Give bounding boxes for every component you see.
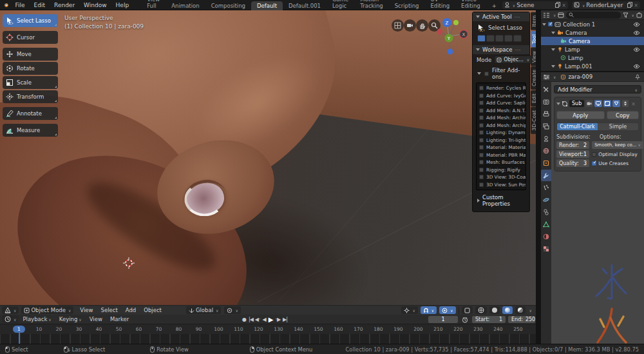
tool-transform[interactable]: Transform (3, 90, 58, 103)
addon-checkbox[interactable] (479, 130, 484, 135)
addon-row[interactable]: Add Mesh: A.N.T.Lan... (477, 107, 526, 115)
frame-tick[interactable]: 70 (149, 324, 169, 334)
frame-tick[interactable]: 170 (348, 324, 368, 334)
move-up-icon[interactable] (624, 101, 627, 103)
menu-add[interactable]: Add (122, 307, 140, 313)
custom-properties-header[interactable]: Custom Properties (473, 190, 529, 208)
apply-button[interactable]: Apply (556, 111, 605, 119)
frame-tick[interactable]: 220 (448, 324, 468, 334)
addon-checkbox[interactable] (479, 168, 484, 172)
sidebar-tab[interactable]: Edit (531, 90, 536, 106)
xray-toggle[interactable] (462, 306, 473, 314)
workspace-tab[interactable]: Default.001 (283, 1, 327, 10)
frame-tick[interactable]: 130 (269, 324, 289, 334)
gizmo-z-neg[interactable] (448, 49, 453, 55)
copy-button[interactable]: Copy (607, 111, 639, 119)
auto-keyframe-icon[interactable] (462, 317, 468, 323)
select-mode-extend[interactable] (486, 35, 495, 42)
modifier-editmode-toggle[interactable] (603, 100, 611, 107)
tab-constraints[interactable] (541, 206, 551, 218)
workspace-tab[interactable]: Motion Tracking (354, 0, 388, 10)
addon-row[interactable]: Render: Cycles Rend... (477, 84, 526, 92)
shading-dropdown-arrow[interactable] (528, 307, 532, 313)
workspace-tab[interactable]: UV Editing (424, 0, 455, 10)
addon-row[interactable]: Material: Material Lib... (477, 144, 526, 152)
addon-row[interactable]: 3D View: Sun Position (477, 181, 526, 189)
addon-row[interactable]: Add Mesh: Archipack (477, 122, 526, 130)
addon-checkbox[interactable] (479, 86, 484, 90)
tab-physics[interactable] (541, 194, 551, 206)
outliner-row-lamp001-object[interactable]: Lamp.001 (541, 62, 644, 70)
modifier-render-toggle[interactable] (585, 100, 593, 107)
quality-field[interactable]: Quality: 3 (556, 159, 589, 167)
sidebar-tab[interactable]: Tool (531, 31, 536, 47)
tab-object[interactable] (541, 157, 551, 169)
tab-modifiers[interactable] (541, 170, 551, 181)
frame-tick[interactable]: 250 (508, 324, 528, 334)
menu-object[interactable]: Object (140, 307, 166, 313)
outliner-filter-mode-icon[interactable] (558, 12, 564, 18)
eye-icon[interactable] (633, 22, 640, 27)
uv-smooth-dropdown[interactable]: Smooth, keep co... (592, 141, 643, 149)
menu-window[interactable]: Window (79, 2, 111, 8)
frame-tick[interactable]: 110 (229, 324, 249, 334)
frame-tick[interactable]: 50 (109, 324, 129, 334)
tab-texture[interactable] (541, 243, 551, 255)
addon-checkbox[interactable] (479, 175, 484, 179)
outliner-row-camera-object[interactable]: Camera (541, 28, 644, 37)
menu-select[interactable]: Select (97, 307, 122, 313)
remove-renderlayer-icon[interactable] (634, 2, 638, 8)
panel-options-icon[interactable] (515, 46, 520, 53)
select-mode-subtract[interactable] (495, 35, 504, 42)
select-mode-intersect[interactable] (513, 35, 522, 42)
sidebar-tab[interactable]: Item (531, 12, 536, 30)
filter-addons-checkbox[interactable] (484, 72, 489, 76)
outliner-row-lamp001-data[interactable]: Lamp.001 (541, 70, 644, 71)
menu-timeline-view[interactable]: View (86, 316, 106, 322)
modifier-move-buttons[interactable] (622, 100, 629, 107)
editor-properties-icon[interactable] (543, 74, 550, 80)
outliner-row-collection[interactable]: Collection 1 (541, 20, 644, 28)
frame-tick[interactable]: 240 (488, 324, 508, 334)
timeline-ruler[interactable]: 1 10 20 30 40 50 60 70 80 90 100 11 (0, 324, 536, 334)
menu-playback[interactable]: Playback (19, 316, 55, 322)
new-renderlayer-icon[interactable] (627, 2, 632, 8)
outliner-row-lamp-data[interactable]: Lamp (541, 54, 644, 62)
workspace-tab[interactable]: 3D View Full (141, 0, 166, 10)
tab-view-layer[interactable] (541, 121, 551, 132)
new-collection-icon[interactable] (636, 12, 642, 18)
frame-tick[interactable]: 100 (209, 324, 229, 334)
tab-tool[interactable] (541, 84, 551, 95)
delete-modifier-icon[interactable] (631, 101, 636, 107)
workspace-tab[interactable]: Animation (166, 1, 205, 10)
renderlayer-selector[interactable]: RenderLayer (572, 1, 640, 9)
frame-tick[interactable]: 190 (388, 324, 408, 334)
viewport-camera-button[interactable] (404, 19, 416, 32)
optimal-display-row[interactable]: Optimal Display (592, 150, 643, 158)
frame-tick[interactable]: 90 (189, 324, 209, 334)
unlink-scene-icon[interactable] (562, 2, 566, 8)
modifier-name-field[interactable]: Sub (569, 100, 584, 107)
tab-particles[interactable] (541, 182, 551, 193)
transform-orientation-selector[interactable]: Global (186, 306, 222, 314)
move-down-icon[interactable] (624, 104, 627, 106)
frame-tick[interactable]: 30 (69, 324, 89, 334)
eye-icon[interactable] (633, 47, 640, 52)
addon-checkbox[interactable] (479, 93, 484, 98)
menu-render[interactable]: Render (50, 2, 79, 8)
frame-tick[interactable]: 60 (129, 324, 149, 334)
frame-tick[interactable]: 200 (408, 324, 428, 334)
pin-icon[interactable] (635, 74, 640, 80)
viewport-3d[interactable]: User Perspective (1) Collection 10 | zar… (0, 10, 536, 315)
outliner-display-mode-icon[interactable] (543, 12, 550, 18)
workspace-tab[interactable]: Compositing (205, 1, 251, 10)
addon-row[interactable]: Rigging: Rigify (477, 166, 526, 174)
active-tool-header[interactable]: Active Tool (473, 12, 529, 21)
addon-checkbox[interactable] (479, 123, 484, 128)
gizmo-y-neg[interactable] (453, 20, 459, 25)
addon-row[interactable]: Mesh: Bsurfaces GPL... (477, 159, 526, 166)
menu-help[interactable]: Help (111, 2, 134, 8)
tool-scale[interactable]: Scale (3, 76, 58, 89)
addon-checkbox[interactable] (479, 160, 484, 164)
workspace-tab[interactable]: Game Logic (327, 0, 354, 10)
